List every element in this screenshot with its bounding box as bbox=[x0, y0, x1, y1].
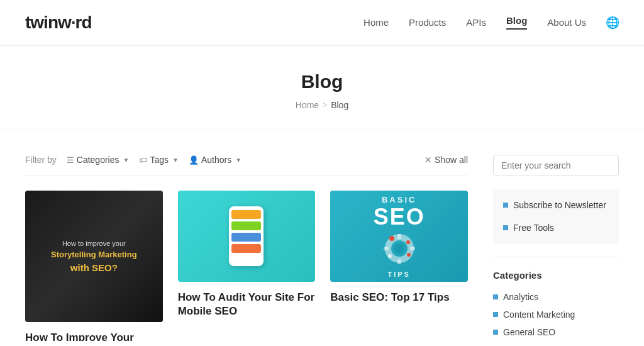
nav-apis[interactable]: APIs bbox=[466, 17, 486, 28]
header: twinw·rd Home Products APIs Blog About U… bbox=[0, 0, 644, 45]
categories-icon: ☰ bbox=[67, 155, 74, 165]
bar-blue bbox=[231, 233, 261, 242]
page-title: Blog bbox=[0, 71, 644, 92]
filter-authors[interactable]: 👤 Authors ▼ bbox=[189, 155, 242, 165]
sidebar: Subscribe to Newsletter Free Tools Categ… bbox=[493, 145, 619, 341]
close-icon: ✕ bbox=[425, 155, 432, 165]
blue-square-icon-2 bbox=[503, 225, 508, 230]
filter-categories[interactable]: ☰ Categories ▼ bbox=[67, 155, 130, 165]
card1-seo: SEO? bbox=[92, 262, 118, 273]
nav-products[interactable]: Products bbox=[409, 17, 446, 28]
free-tools-link[interactable]: Free Tools bbox=[493, 216, 619, 239]
svg-point-7 bbox=[406, 240, 410, 244]
categories-title: Categories bbox=[493, 270, 619, 281]
breadcrumb: Home > Blog bbox=[0, 100, 644, 110]
content-marketing-label: Content Marketing bbox=[503, 310, 575, 320]
tags-icon: 🏷 bbox=[139, 155, 147, 165]
svg-rect-4 bbox=[384, 247, 389, 250]
svg-rect-2 bbox=[397, 234, 401, 239]
nav-blog[interactable]: Blog bbox=[506, 15, 527, 30]
card1-line1: How to improve your bbox=[62, 240, 126, 247]
free-tools-label: Free Tools bbox=[513, 223, 554, 233]
card1-line3: with SEO? bbox=[70, 262, 118, 273]
categories-arrow: ▼ bbox=[123, 157, 130, 164]
main-nav: Home Products APIs Blog About Us 🌐 bbox=[364, 15, 619, 30]
svg-point-8 bbox=[388, 254, 392, 258]
mobile-mockup bbox=[229, 206, 264, 266]
breadcrumb-current: Blog bbox=[331, 100, 348, 110]
authors-icon: 👤 bbox=[189, 155, 199, 165]
subscribe-link[interactable]: Subscribe to Newsletter bbox=[493, 194, 619, 216]
language-icon[interactable]: 🌐 bbox=[606, 16, 619, 29]
sidebar-divider bbox=[493, 257, 619, 257]
card3-title: Basic SEO: Top 17 Tips bbox=[330, 291, 468, 304]
general-seo-label: General SEO bbox=[503, 327, 555, 337]
filter-label: Filter by bbox=[25, 155, 57, 165]
breadcrumb-home[interactable]: Home bbox=[296, 100, 319, 110]
svg-point-9 bbox=[407, 253, 411, 257]
authors-arrow: ▼ bbox=[235, 157, 242, 164]
card3-basic: BASIC bbox=[382, 195, 416, 204]
card2-title: How To Audit Your Site For Mobile SEO bbox=[178, 291, 316, 318]
logo[interactable]: twinw·rd bbox=[25, 13, 92, 33]
analytics-label: Analytics bbox=[503, 292, 538, 302]
bar-orange bbox=[231, 244, 261, 253]
search-input[interactable] bbox=[493, 155, 619, 176]
sidebar-links: Subscribe to Newsletter Free Tools bbox=[493, 189, 619, 244]
category-analytics[interactable]: Analytics bbox=[493, 288, 619, 306]
tags-label: Tags bbox=[150, 155, 169, 165]
card1-title: How To Improve Your bbox=[25, 331, 163, 341]
svg-rect-5 bbox=[410, 247, 415, 250]
tags-arrow: ▼ bbox=[172, 157, 179, 164]
bar-green bbox=[231, 221, 261, 230]
filter-bar: Filter by ☰ Categories ▼ 🏷 Tags ▼ 👤 Auth… bbox=[25, 145, 468, 176]
content-marketing-bullet bbox=[493, 312, 498, 317]
general-seo-bullet bbox=[493, 330, 498, 335]
blog-card-2[interactable]: How To Audit Your Site For Mobile SEO bbox=[178, 191, 316, 322]
content-area: Filter by ☰ Categories ▼ 🏷 Tags ▼ 👤 Auth… bbox=[25, 145, 468, 341]
show-all-button[interactable]: ✕ Show all bbox=[425, 155, 468, 165]
card3-seo: SEO bbox=[374, 206, 425, 228]
blog-card-3[interactable]: BASIC SEO bbox=[330, 191, 468, 322]
filter-tags[interactable]: 🏷 Tags ▼ bbox=[139, 155, 178, 165]
filter-left: Filter by ☰ Categories ▼ 🏷 Tags ▼ 👤 Auth… bbox=[25, 155, 242, 165]
bar-yellow bbox=[231, 210, 261, 219]
card-thumbnail-3: BASIC SEO bbox=[330, 191, 468, 282]
hero-section: Blog Home > Blog bbox=[0, 46, 644, 129]
nav-about[interactable]: About Us bbox=[547, 17, 586, 28]
blue-square-icon bbox=[503, 203, 508, 208]
subscribe-label: Subscribe to Newsletter bbox=[513, 200, 606, 210]
card3-tips: TIPS bbox=[387, 271, 410, 278]
card1-line3-text: with bbox=[70, 262, 92, 273]
card-thumbnail-2 bbox=[178, 191, 316, 282]
card3-gear-graphic bbox=[380, 231, 418, 265]
svg-rect-3 bbox=[397, 259, 401, 264]
category-content-marketing[interactable]: Content Marketing bbox=[493, 306, 619, 323]
blog-card-1[interactable]: How to improve your Storytelling Marketi… bbox=[25, 191, 163, 322]
card-thumbnail-1: How to improve your Storytelling Marketi… bbox=[25, 191, 163, 322]
svg-point-6 bbox=[389, 236, 394, 241]
svg-point-1 bbox=[394, 243, 404, 254]
categories-list: Analytics Content Marketing General SEO bbox=[493, 288, 619, 341]
category-general-seo[interactable]: General SEO bbox=[493, 323, 619, 341]
nav-home[interactable]: Home bbox=[364, 17, 389, 28]
analytics-bullet bbox=[493, 294, 498, 299]
card-grid: How to improve your Storytelling Marketi… bbox=[25, 191, 468, 322]
show-all-label: Show all bbox=[435, 155, 468, 165]
authors-label: Authors bbox=[201, 155, 231, 165]
card1-line2: Storytelling Marketing bbox=[51, 250, 137, 260]
breadcrumb-separator: > bbox=[323, 101, 327, 109]
main-container: Filter by ☰ Categories ▼ 🏷 Tags ▼ 👤 Auth… bbox=[0, 130, 644, 341]
categories-label: Categories bbox=[77, 155, 119, 165]
logo-text: twinw·rd bbox=[25, 13, 92, 32]
